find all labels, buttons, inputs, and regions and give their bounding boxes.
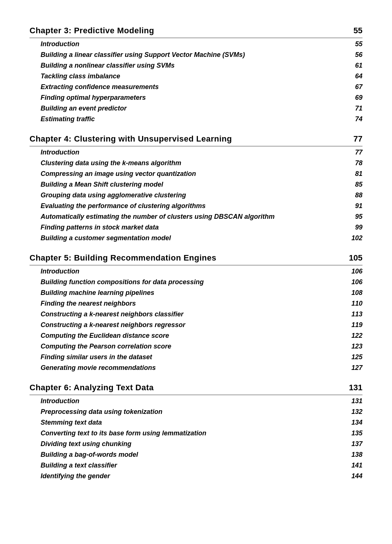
section-page-0-3: 64 xyxy=(355,72,362,80)
section-title-2-0: Introduction xyxy=(41,268,79,275)
chapter-page-0: 55 xyxy=(354,26,362,35)
section-title-0-2: Building a nonlinear classifier using SV… xyxy=(41,62,175,69)
section-entry-1-0: Introduction77 xyxy=(30,147,362,158)
section-title-3-2: Stemming text data xyxy=(41,419,102,426)
section-entry-2-3: Finding the nearest neighbors110 xyxy=(30,298,362,309)
section-entry-3-3: Converting text to its base form using l… xyxy=(30,428,362,439)
chapter-title-2: Chapter 5: Building Recommendation Engin… xyxy=(30,253,216,263)
section-entry-3-7: Identifying the gender144 xyxy=(30,471,362,482)
section-title-3-1: Preprocessing data using tokenization xyxy=(41,408,162,416)
section-page-1-7: 99 xyxy=(355,224,362,231)
section-page-3-0: 131 xyxy=(351,397,362,405)
section-entry-1-5: Evaluating the performance of clustering… xyxy=(30,201,362,211)
section-title-1-5: Evaluating the performance of clustering… xyxy=(41,202,206,210)
section-entry-1-4: Grouping data using agglomerative cluste… xyxy=(30,190,362,201)
section-page-2-5: 119 xyxy=(351,321,362,329)
chapter-page-3: 131 xyxy=(349,383,362,392)
section-title-1-7: Finding patterns in stock market data xyxy=(41,224,159,231)
section-entry-1-1: Clustering data using the k-means algori… xyxy=(30,158,362,169)
section-title-1-0: Introduction xyxy=(41,149,79,156)
section-page-2-6: 122 xyxy=(351,332,362,340)
section-title-2-1: Building function compositions for data … xyxy=(41,278,204,286)
section-title-2-8: Finding similar users in the dataset xyxy=(41,353,152,361)
section-title-0-1: Building a linear classifier using Suppo… xyxy=(41,51,245,59)
section-page-0-2: 61 xyxy=(355,62,362,69)
section-entry-1-8: Building a customer segmentation model10… xyxy=(30,233,362,244)
section-page-1-8: 102 xyxy=(351,234,362,242)
chapter-entry-1: Chapter 4: Clustering with Unsupervised … xyxy=(30,130,362,146)
section-title-3-5: Building a bag-of-words model xyxy=(41,451,138,459)
section-title-2-6: Computing the Euclidean distance score xyxy=(41,332,169,340)
section-page-3-7: 144 xyxy=(351,472,362,480)
section-title-3-3: Converting text to its base form using l… xyxy=(41,429,206,437)
section-title-1-3: Building a Mean Shift clustering model xyxy=(41,181,163,188)
section-page-2-9: 127 xyxy=(351,364,362,372)
section-entry-0-7: Estimating traffic74 xyxy=(30,114,362,125)
chapter-block-2: Chapter 5: Building Recommendation Engin… xyxy=(30,249,362,373)
chapter-title-1: Chapter 4: Clustering with Unsupervised … xyxy=(30,134,232,144)
section-page-3-2: 134 xyxy=(351,419,362,426)
section-page-3-1: 132 xyxy=(351,408,362,416)
section-page-2-1: 106 xyxy=(351,278,362,286)
section-title-1-6: Automatically estimating the number of c… xyxy=(41,213,275,221)
section-title-3-0: Introduction xyxy=(41,397,79,405)
section-title-0-6: Building an event predictor xyxy=(41,105,127,112)
section-entry-0-3: Tackling class imbalance64 xyxy=(30,71,362,82)
section-title-0-7: Estimating traffic xyxy=(41,115,95,123)
chapter-block-0: Chapter 3: Predictive Modeling55Introduc… xyxy=(30,22,362,125)
section-page-3-5: 138 xyxy=(351,451,362,459)
chapter-entry-3: Chapter 6: Analyzing Text Data131 xyxy=(30,379,362,395)
section-entry-3-5: Building a bag-of-words model138 xyxy=(30,449,362,460)
section-entry-0-6: Building an event predictor71 xyxy=(30,103,362,114)
section-title-0-5: Finding optimal hyperparameters xyxy=(41,94,146,102)
section-entry-2-0: Introduction106 xyxy=(30,266,362,277)
section-entry-3-1: Preprocessing data using tokenization132 xyxy=(30,407,362,417)
chapter-page-2: 105 xyxy=(349,253,362,263)
section-page-2-4: 113 xyxy=(351,310,362,318)
chapter-block-1: Chapter 4: Clustering with Unsupervised … xyxy=(30,130,362,244)
section-page-0-4: 67 xyxy=(355,83,362,91)
section-page-1-6: 95 xyxy=(355,213,362,221)
section-page-0-1: 56 xyxy=(355,51,362,59)
section-page-3-3: 135 xyxy=(351,429,362,437)
section-page-1-3: 85 xyxy=(355,181,362,188)
section-entry-2-2: Building machine learning pipelines108 xyxy=(30,288,362,298)
section-entry-2-4: Constructing a k-nearest neighbors class… xyxy=(30,309,362,320)
section-title-0-0: Introduction xyxy=(41,40,79,48)
section-entry-3-6: Building a text classifier141 xyxy=(30,460,362,471)
section-title-2-4: Constructing a k-nearest neighbors class… xyxy=(41,310,183,318)
section-page-1-1: 78 xyxy=(355,159,362,167)
section-page-1-0: 77 xyxy=(355,149,362,156)
section-title-0-3: Tackling class imbalance xyxy=(41,72,120,80)
section-page-2-2: 108 xyxy=(351,289,362,297)
section-entry-3-4: Dividing text using chunking137 xyxy=(30,439,362,449)
chapter-entry-2: Chapter 5: Building Recommendation Engin… xyxy=(30,249,362,265)
section-entry-0-1: Building a linear classifier using Suppo… xyxy=(30,50,362,60)
section-page-3-6: 141 xyxy=(351,462,362,469)
section-entry-0-5: Finding optimal hyperparameters69 xyxy=(30,92,362,103)
section-page-1-2: 81 xyxy=(355,170,362,178)
section-page-2-3: 110 xyxy=(351,300,362,307)
section-page-0-0: 55 xyxy=(355,40,362,48)
section-page-2-8: 125 xyxy=(351,353,362,361)
section-entry-0-4: Extracting confidence measurements67 xyxy=(30,82,362,92)
section-entry-2-7: Computing the Pearson correlation score1… xyxy=(30,341,362,352)
section-page-3-4: 137 xyxy=(351,440,362,448)
section-entry-1-6: Automatically estimating the number of c… xyxy=(30,211,362,222)
section-title-1-2: Compressing an image using vector quanti… xyxy=(41,170,196,178)
section-page-0-7: 74 xyxy=(355,115,362,123)
section-title-1-8: Building a customer segmentation model xyxy=(41,234,171,242)
chapter-block-3: Chapter 6: Analyzing Text Data131Introdu… xyxy=(30,379,362,482)
section-page-0-6: 71 xyxy=(355,105,362,112)
section-entry-2-5: Constructing a k-nearest neighbors regre… xyxy=(30,320,362,330)
section-title-2-3: Finding the nearest neighbors xyxy=(41,300,136,307)
chapter-entry-0: Chapter 3: Predictive Modeling55 xyxy=(30,22,362,38)
section-title-1-4: Grouping data using agglomerative cluste… xyxy=(41,191,186,199)
chapter-title-3: Chapter 6: Analyzing Text Data xyxy=(30,383,154,392)
section-title-2-9: Generating movie recommendations xyxy=(41,364,156,372)
chapter-page-1: 77 xyxy=(354,134,362,144)
section-entry-2-1: Building function compositions for data … xyxy=(30,277,362,288)
section-entry-0-0: Introduction55 xyxy=(30,39,362,50)
section-page-0-5: 69 xyxy=(355,94,362,102)
section-title-0-4: Extracting confidence measurements xyxy=(41,83,159,91)
